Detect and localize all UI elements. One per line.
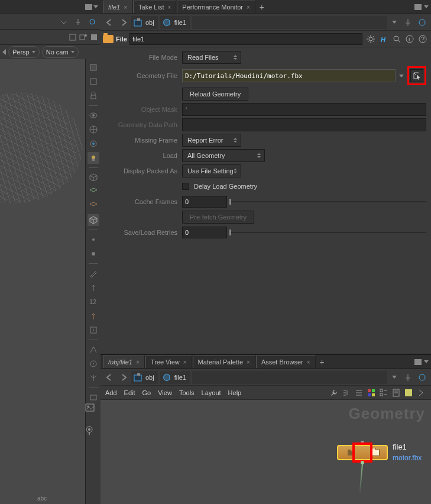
wrench-icon[interactable] (329, 387, 339, 398)
viewport-3d[interactable]: 12 abc (0, 59, 101, 504)
menu-layout[interactable]: Layout (202, 389, 221, 396)
doc-icon[interactable] (391, 387, 401, 398)
shape-path-icon[interactable] (88, 344, 99, 356)
nav-back-button[interactable] (103, 16, 116, 29)
cache-frames-input[interactable] (182, 196, 227, 208)
nav-back-button[interactable] (103, 371, 116, 384)
pane-menu-icon[interactable] (93, 5, 98, 8)
save-retries-slider[interactable] (229, 229, 426, 236)
cache-frames-slider[interactable] (229, 198, 426, 205)
clip-near-icon[interactable] (88, 392, 99, 403)
grid-list-icon[interactable] (378, 387, 389, 398)
grid-color-icon[interactable] (366, 387, 377, 398)
node-input-connector[interactable] (361, 441, 364, 444)
missing-frame-dropdown[interactable]: Report Error (182, 134, 241, 147)
tab-performance-monitor[interactable]: Performance Monitor × (177, 1, 255, 13)
shape-branch-icon[interactable] (88, 372, 99, 384)
display-opt-globe-icon[interactable] (88, 124, 99, 135)
location-pin-icon[interactable] (85, 426, 98, 435)
geometry-file-input[interactable] (182, 69, 396, 82)
display-geo-templated-icon[interactable] (88, 186, 99, 198)
info-icon[interactable]: i (404, 33, 416, 45)
close-icon[interactable]: × (136, 359, 140, 366)
list-lines-icon[interactable] (354, 387, 364, 398)
tab-file1[interactable]: file1 × (103, 1, 132, 13)
marker-point-icon[interactable] (88, 234, 99, 245)
pin-icon[interactable] (401, 371, 414, 384)
search-icon[interactable] (391, 33, 403, 45)
save-retries-input[interactable] (182, 227, 227, 238)
panel-icon[interactable] (90, 33, 98, 41)
prev-view-icon[interactable] (2, 49, 6, 55)
menu-add[interactable]: Add (105, 389, 117, 396)
geo-data-path-input[interactable] (182, 118, 426, 131)
tab-tree-view[interactable]: Tree View × (145, 356, 192, 368)
close-icon[interactable]: × (307, 359, 310, 366)
marker-brush-icon[interactable] (88, 267, 99, 279)
cube-person-icon[interactable] (79, 33, 88, 41)
display-geo-cube-icon[interactable] (88, 172, 99, 183)
gear-icon[interactable] (365, 33, 377, 45)
path-input-extension[interactable] (192, 371, 387, 384)
display-geo-select-icon[interactable] (88, 200, 99, 212)
pin-icon[interactable] (401, 16, 414, 29)
path-segment-obj[interactable]: obj (131, 16, 158, 29)
pane-menu-icon[interactable] (424, 360, 429, 363)
marker-12-icon[interactable]: 12 (88, 296, 99, 308)
link-icon[interactable] (416, 371, 429, 384)
display-opt-lock-icon[interactable] (88, 90, 99, 102)
object-mask-input[interactable] (182, 103, 426, 116)
cube-icon[interactable] (69, 33, 77, 41)
display-geo-current-icon[interactable] (88, 214, 99, 226)
file-mode-dropdown[interactable]: Read Files (182, 51, 241, 64)
marker-normal-icon[interactable] (88, 282, 99, 293)
path-input-extension[interactable] (192, 16, 387, 29)
menu-view[interactable]: View (158, 389, 172, 396)
image-icon[interactable] (85, 403, 98, 412)
pane-menu-icon[interactable] (424, 5, 429, 8)
load-dropdown[interactable]: All Geometry (182, 149, 265, 162)
menu-edit[interactable]: Edit (124, 389, 135, 396)
tab-obj-file1[interactable]: /obj/file1 × (103, 356, 145, 368)
camera-dropdown[interactable]: No cam (42, 46, 79, 58)
link-icon[interactable] (416, 16, 429, 29)
shape-circle-icon[interactable] (88, 358, 99, 370)
close-icon[interactable]: × (247, 4, 250, 11)
maximize-pane-icon[interactable] (85, 4, 92, 10)
marker-number-icon[interactable] (88, 248, 99, 260)
marker-prim-icon[interactable] (88, 324, 99, 336)
menu-go[interactable]: Go (142, 389, 151, 396)
nav-forward-button[interactable] (117, 16, 130, 29)
display-opt-light-icon[interactable] (88, 152, 99, 164)
display-packed-dropdown[interactable]: Use File Setting (182, 164, 241, 177)
close-icon[interactable]: × (167, 4, 171, 11)
marker-uv-icon[interactable] (88, 310, 99, 322)
maximize-pane-icon[interactable] (414, 4, 422, 10)
houdini-h-icon[interactable]: H (378, 33, 390, 45)
node-name-input[interactable] (129, 33, 362, 45)
display-opt-shaded-icon[interactable] (88, 62, 99, 73)
prefetch-button[interactable]: Pre-fetch Geometry (182, 211, 254, 224)
maximize-pane-icon[interactable] (414, 359, 422, 365)
network-node-file1[interactable] (337, 445, 388, 460)
menu-help[interactable]: Help (228, 389, 242, 396)
delay-load-checkbox[interactable] (182, 183, 189, 190)
display-opt-wire-icon[interactable] (88, 76, 99, 88)
display-opt-eye-icon[interactable] (88, 109, 99, 121)
path-segment-file1[interactable]: file1 (160, 16, 190, 29)
display-opt-target-icon[interactable] (88, 138, 99, 150)
tab-material-palette[interactable]: Material Palette × (193, 356, 255, 368)
arrow-right-icon[interactable] (416, 387, 426, 398)
file-chooser-button[interactable] (410, 69, 423, 82)
file-preset-dropdown-icon[interactable] (399, 75, 404, 77)
note-yellow-icon[interactable] (403, 387, 414, 398)
network-canvas[interactable]: Geometry file1 motor.fbx (101, 400, 431, 504)
nav-forward-button[interactable] (117, 371, 130, 384)
reload-geometry-button[interactable]: Reload Geometry (182, 88, 248, 101)
link-icon[interactable] (86, 16, 98, 28)
persp-dropdown[interactable]: Persp (8, 46, 40, 58)
path-segment-obj[interactable]: obj (131, 371, 158, 384)
path-history-dropdown-icon[interactable] (392, 21, 397, 24)
path-segment-file1[interactable]: file1 (160, 371, 190, 384)
tab-take-list[interactable]: Take List × (133, 1, 176, 13)
